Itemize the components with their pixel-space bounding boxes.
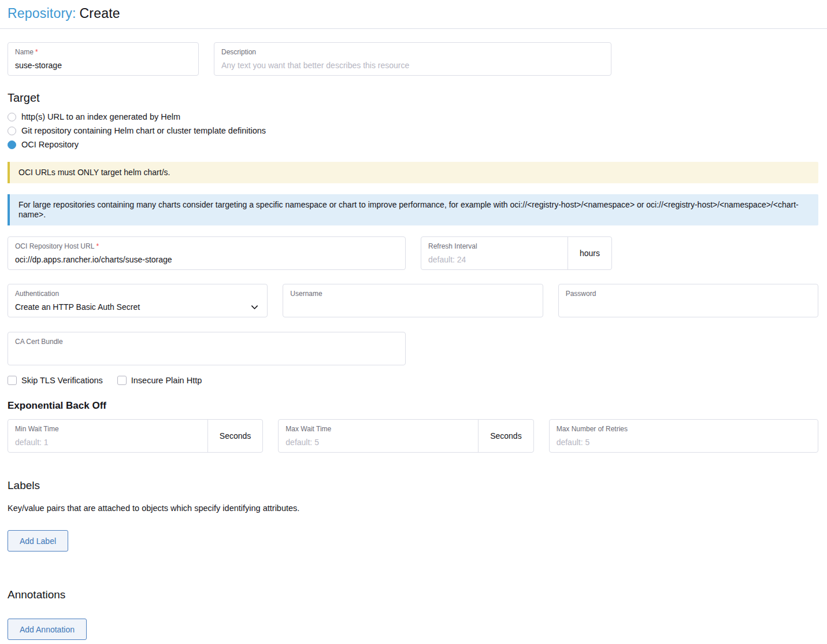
checkbox-icon <box>8 376 17 385</box>
radio-label: http(s) URL to an index generated by Hel… <box>21 112 180 121</box>
username-label: Username <box>290 290 535 298</box>
radio-http-index-url[interactable]: http(s) URL to an index generated by Hel… <box>8 112 818 121</box>
radio-oci-repository[interactable]: OCI Repository <box>8 140 818 149</box>
max-wait-time-main: Max Wait Time <box>279 420 478 452</box>
oci-host-url-label-text: OCI Repository Host URL <box>15 242 94 250</box>
name-input[interactable] <box>15 60 191 71</box>
ca-cert-bundle-field[interactable]: CA Cert Bundle <box>8 332 406 365</box>
username-field[interactable]: Username <box>283 284 543 317</box>
required-asterisk: * <box>35 48 38 56</box>
oci-host-url-label: OCI Repository Host URL* <box>15 242 398 251</box>
ca-cert-bundle-label: CA Cert Bundle <box>15 338 398 346</box>
min-wait-time-main: Min Wait Time <box>8 420 207 452</box>
min-wait-time-unit: Seconds <box>207 420 262 452</box>
password-field[interactable]: Password <box>558 284 818 317</box>
max-retries-field[interactable]: Max Number of Retries <box>549 419 818 453</box>
oci-row: OCI Repository Host URL* Refresh Interva… <box>8 236 818 270</box>
chevron-down-icon <box>250 303 259 312</box>
password-label: Password <box>566 290 811 298</box>
add-annotation-button[interactable]: Add Annotation <box>8 619 87 640</box>
max-retries-input[interactable] <box>557 437 811 447</box>
refresh-interval-input[interactable] <box>428 254 561 265</box>
description-field[interactable]: Description <box>214 42 611 76</box>
insecure-plain-http-checkbox[interactable]: Insecure Plain Http <box>117 376 202 385</box>
page-title-kind: Repository: <box>8 6 76 21</box>
radio-git-repository[interactable]: Git repository containing Helm chart or … <box>8 126 818 135</box>
max-retries-label: Max Number of Retries <box>557 425 811 434</box>
warning-banner: OCI URLs must ONLY target helm chart/s. <box>8 162 818 183</box>
checkbox-label: Skip TLS Verifications <box>21 376 103 385</box>
oci-host-url-input[interactable] <box>15 254 398 265</box>
max-wait-time-label: Max Wait Time <box>285 425 471 434</box>
authentication-select[interactable]: Authentication Create an HTTP Basic Auth… <box>8 284 268 317</box>
authentication-selected-value: Create an HTTP Basic Auth Secret <box>15 302 140 312</box>
page-title: Repository:Create <box>8 6 818 21</box>
max-wait-time-unit: Seconds <box>478 420 533 452</box>
description-field-label: Description <box>221 48 604 57</box>
username-input[interactable] <box>290 302 535 312</box>
backoff-row: Min Wait Time Seconds Max Wait Time Seco… <box>8 419 818 453</box>
title-divider <box>0 28 827 29</box>
checkbox-label: Insecure Plain Http <box>131 376 202 385</box>
target-heading: Target <box>8 91 818 105</box>
name-field-label: Name* <box>15 48 191 57</box>
min-wait-time-label: Min Wait Time <box>15 425 201 434</box>
skip-tls-verifications-checkbox[interactable]: Skip TLS Verifications <box>8 376 103 385</box>
info-banner: For large repositories containing many c… <box>8 194 818 225</box>
min-wait-time-input[interactable] <box>15 437 201 447</box>
refresh-interval-field[interactable]: Refresh Interval hours <box>421 236 612 270</box>
name-label-text: Name <box>15 48 34 56</box>
repository-create-page: Repository:Create Name* Description Targ… <box>0 0 827 644</box>
ca-cert-row: CA Cert Bundle <box>8 332 818 365</box>
checkbox-icon <box>117 376 127 385</box>
page-title-action: Create <box>80 6 120 21</box>
labels-description: Key/value pairs that are attached to obj… <box>8 504 818 513</box>
max-wait-time-field[interactable]: Max Wait Time Seconds <box>278 419 533 453</box>
backoff-heading: Exponential Back Off <box>8 400 818 412</box>
radio-button-icon <box>8 127 16 135</box>
labels-heading: Labels <box>8 479 818 492</box>
radio-label: OCI Repository <box>21 140 79 149</box>
basic-row: Name* Description <box>8 42 818 76</box>
auth-row: Authentication Create an HTTP Basic Auth… <box>8 284 818 317</box>
required-asterisk: * <box>96 242 99 250</box>
tls-options-row: Skip TLS Verifications Insecure Plain Ht… <box>8 376 818 385</box>
oci-host-url-field[interactable]: OCI Repository Host URL* <box>8 236 406 270</box>
description-input[interactable] <box>221 60 604 71</box>
min-wait-time-field[interactable]: Min Wait Time Seconds <box>8 419 263 453</box>
name-field[interactable]: Name* <box>8 42 199 76</box>
max-wait-time-input[interactable] <box>285 437 471 447</box>
password-input[interactable] <box>566 302 811 312</box>
target-radio-group: http(s) URL to an index generated by Hel… <box>8 112 818 149</box>
annotations-heading: Annotations <box>8 589 818 601</box>
ca-cert-bundle-input[interactable] <box>15 350 398 360</box>
radio-button-icon <box>8 140 16 149</box>
refresh-interval-unit: hours <box>568 237 611 269</box>
radio-label: Git repository containing Helm chart or … <box>21 126 266 135</box>
add-label-button[interactable]: Add Label <box>8 530 68 552</box>
radio-button-icon <box>8 113 16 121</box>
refresh-interval-label: Refresh Interval <box>428 242 561 251</box>
authentication-label: Authentication <box>15 290 260 298</box>
refresh-interval-main: Refresh Interval <box>421 237 568 269</box>
